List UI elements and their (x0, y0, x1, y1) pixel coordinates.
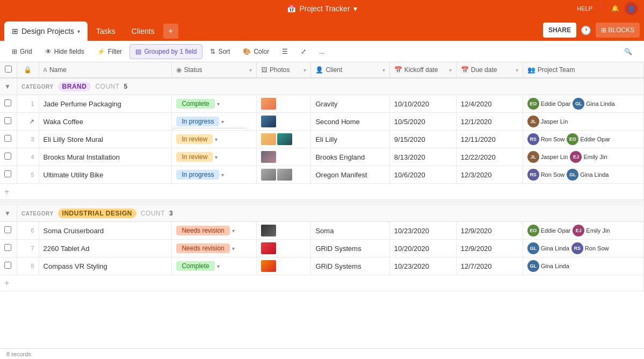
col-header-status[interactable]: ◉ Status ▾ (172, 62, 257, 78)
row-team-cell[interactable]: JL Jasper Lin (523, 113, 643, 131)
row-kickoff-cell[interactable]: 10/6/2020 (389, 166, 456, 184)
row-photos-cell[interactable] (257, 240, 311, 257)
row-checkbox[interactable] (4, 153, 11, 160)
row-photos-cell[interactable] (257, 166, 311, 184)
status-arrow-icon[interactable]: ▾ (232, 246, 235, 252)
row-photos-cell[interactable] (257, 222, 311, 240)
row-team-cell[interactable]: JL Jasper Lin EJ Emily Jin (523, 148, 643, 166)
row-team-cell[interactable]: GL Gina Linda RS Ron Sow (523, 240, 643, 257)
hide-fields-button[interactable]: 👁 Hide fields (40, 44, 90, 59)
row-kickoff-cell[interactable]: 10/23/2020 (389, 222, 456, 240)
row-checkbox[interactable] (4, 244, 11, 251)
status-arrow-icon[interactable]: ▾ (221, 172, 224, 178)
row-name-cell[interactable]: Eli Lilly Store Mural (39, 131, 172, 148)
row-photos-cell[interactable] (257, 131, 311, 148)
row-checkbox[interactable] (4, 170, 11, 177)
row-status-cell[interactable]: In review ▾ (172, 148, 257, 166)
row-due-cell[interactable]: 12/11/2020 (456, 131, 523, 148)
history-icon[interactable]: 🕐 (581, 25, 591, 35)
row-checkbox[interactable] (4, 99, 11, 106)
status-arrow-icon[interactable]: ▾ (217, 101, 220, 107)
row-due-cell[interactable]: 12/9/2020 (456, 240, 523, 257)
status-arrow-icon[interactable]: ▾ (232, 228, 235, 234)
status-arrow-icon[interactable]: ▾ (215, 154, 218, 160)
tab-tasks[interactable]: Tasks (89, 21, 123, 41)
group-button[interactable]: ▤ Grouped by 1 field (129, 44, 202, 59)
row-team-cell[interactable]: EO Eddie Opar GL Gina Linda (523, 95, 643, 113)
row-client-cell[interactable]: Gravity (311, 95, 389, 113)
help-icon[interactable]: ❓ (598, 5, 606, 12)
row-checkbox-cell[interactable] (0, 148, 17, 166)
row-due-cell[interactable]: 12/1/2020 (456, 113, 523, 131)
row-client-cell[interactable]: Eli Lilly (311, 131, 389, 148)
row-photos-cell[interactable] (257, 257, 311, 275)
grid-view-button[interactable]: ⊞ Grid (6, 44, 38, 59)
status-arrow-icon[interactable]: ▾ (215, 137, 218, 142)
row-name-cell[interactable]: Brooks Mural Installation (39, 148, 172, 166)
row-checkbox[interactable] (4, 226, 11, 233)
row-client-cell[interactable]: Oregon Manifest (311, 166, 389, 184)
row-status-cell[interactable]: In review ▾ (172, 131, 257, 148)
color-button[interactable]: 🎨 Color (237, 44, 274, 59)
add-icon[interactable]: + (4, 278, 9, 288)
share-button[interactable]: SHARE (543, 23, 576, 38)
row-status-cell[interactable]: Complete ▾ (172, 95, 257, 113)
row-checkbox-cell[interactable] (0, 113, 17, 131)
row-height-button[interactable]: ☰ (277, 44, 293, 59)
row-client-cell[interactable]: GRiD Systems (311, 257, 389, 275)
row-checkbox-cell[interactable] (0, 240, 17, 257)
row-kickoff-cell[interactable]: 10/5/2020 (389, 113, 456, 131)
status-arrow-icon[interactable]: ▾ (217, 263, 220, 269)
row-name-cell[interactable]: Ultimate Utility Bike (39, 166, 172, 184)
row-kickoff-cell[interactable]: 9/15/2020 (389, 131, 456, 148)
row-client-cell[interactable]: GRiD Systems (311, 240, 389, 257)
row-kickoff-cell[interactable]: 10/10/2020 (389, 95, 456, 113)
row-status-cell[interactable]: Complete ▾ (172, 257, 257, 275)
row-kickoff-cell[interactable]: 8/13/2020 (389, 148, 456, 166)
tab-design-projects[interactable]: ⊞ Design Projects ▾ (4, 21, 88, 41)
row-photos-cell[interactable] (257, 113, 311, 131)
row-name-cell[interactable]: Jade Perfume Packaging (39, 95, 172, 113)
expand-button[interactable]: ⤢ (295, 44, 312, 59)
collapse-icon[interactable]: ▼ (4, 83, 11, 90)
add-tab-button[interactable]: + (163, 24, 178, 39)
row-photos-cell[interactable] (257, 148, 311, 166)
col-header-photos[interactable]: 🖼 Photos ▾ (257, 62, 311, 78)
group-collapse-cell[interactable]: ▼ (0, 78, 17, 95)
row-kickoff-cell[interactable]: 10/20/2020 (389, 240, 456, 257)
col-header-kickoff[interactable]: 📅 Kickoff date ▾ (389, 62, 456, 78)
col-header-team[interactable]: 👥 Project Team (523, 62, 643, 78)
row-checkbox-cell[interactable] (0, 222, 17, 240)
col-header-checkbox[interactable] (0, 62, 17, 78)
select-all-checkbox[interactable] (5, 66, 12, 73)
add-row[interactable]: + (0, 184, 644, 200)
col-header-due[interactable]: 📅 Due date ▾ (456, 62, 523, 78)
blocks-button[interactable]: ⊞ BLOCKS (596, 23, 640, 38)
row-name-cell[interactable]: 2260 Tablet Ad (39, 240, 172, 257)
row-due-cell[interactable]: 12/9/2020 (456, 222, 523, 240)
row-kickoff-cell[interactable]: 10/23/2020 (389, 257, 456, 275)
row-checkbox-cell[interactable] (0, 257, 17, 275)
row-client-cell[interactable]: Second Home (311, 113, 389, 131)
more-button[interactable]: ... (314, 44, 330, 59)
notification-icon[interactable]: 🔔 (611, 5, 619, 12)
row-name-cell[interactable]: Compass VR Styling (39, 257, 172, 275)
add-row-cell[interactable]: + (0, 184, 644, 200)
tab-dropdown[interactable]: ▾ (77, 28, 80, 34)
row-client-cell[interactable]: Soma (311, 222, 389, 240)
row-status-cell[interactable]: Needs revision ▾ (172, 222, 257, 240)
row-name-cell[interactable]: Waka Coffee (39, 113, 172, 131)
row-due-cell[interactable]: 12/7/2020 (456, 257, 523, 275)
col-header-client[interactable]: 👤 Client ▾ (311, 62, 389, 78)
row-team-cell[interactable]: RS Ron Sow EO Eddie Opar (523, 131, 643, 148)
row-client-cell[interactable]: Brooks England (311, 148, 389, 166)
title-dropdown-arrow[interactable]: ▾ (353, 4, 357, 13)
row-photos-cell[interactable] (257, 95, 311, 113)
group-collapse-cell[interactable]: ▼ (0, 205, 17, 222)
row-status-cell[interactable]: Needs revision ▾ (172, 240, 257, 257)
row-checkbox[interactable] (4, 135, 11, 142)
add-row-cell[interactable]: + (0, 275, 644, 291)
sort-button[interactable]: ⇅ Sort (205, 44, 235, 59)
expand-row-icon[interactable]: ↗ (29, 118, 34, 125)
row-status-cell[interactable]: In progress ▾ Complete In progress In re… (172, 113, 257, 131)
